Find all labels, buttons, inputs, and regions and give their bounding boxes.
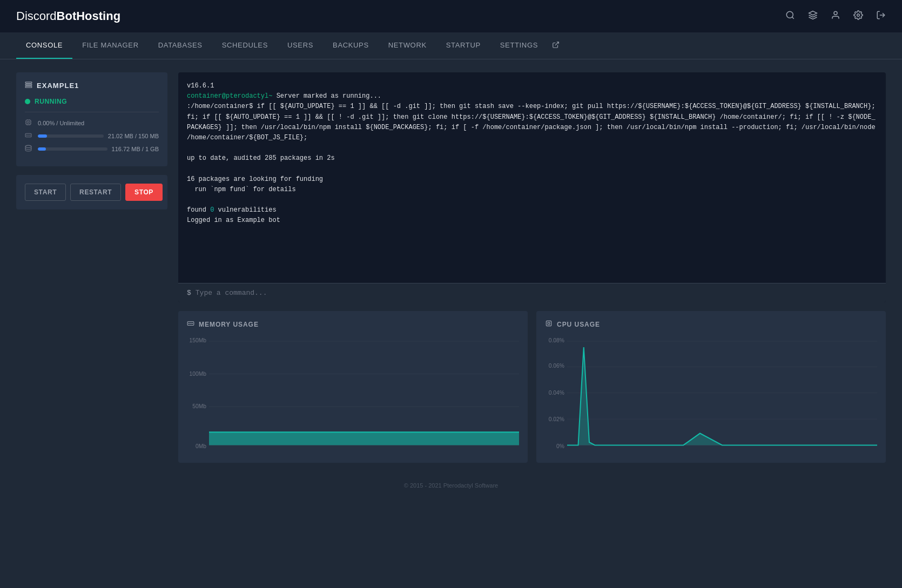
svg-marker-2 (809, 11, 817, 15)
settings-icon[interactable] (853, 10, 863, 23)
terminal-blank-1 (187, 143, 877, 153)
svg-text:0.02%: 0.02% (549, 416, 565, 422)
tab-schedules[interactable]: Schedules (212, 32, 278, 59)
svg-rect-8 (25, 84, 32, 85)
start-button[interactable]: START (25, 184, 66, 201)
terminal-card: v16.6.1 container@pterodactyl~ Server ma… (178, 72, 886, 302)
console-area: v16.6.1 container@pterodactyl~ Server ma… (178, 72, 886, 463)
header-icons (785, 10, 886, 23)
sidebar-panel: EXAMPLE1 RUNNING 0.00% / Unlimited (16, 72, 167, 463)
brand-logo: DiscordBotHosting (16, 9, 120, 23)
terminal-line-logged-in: Logged in as Example bot (187, 215, 877, 226)
terminal-line-vuln: found 0 vulnerabilities (187, 205, 877, 215)
stop-button[interactable]: STOP (125, 184, 163, 201)
memory-chart-container: 150Mb 100Mb 50Mb 0Mb (187, 335, 519, 454)
terminal-output[interactable]: v16.6.1 container@pterodactyl~ Server ma… (178, 72, 886, 283)
tab-databases[interactable]: Databases (149, 32, 212, 59)
memory-chart-title: MEMORY USAGE (199, 321, 259, 328)
svg-text:0.04%: 0.04% (549, 389, 565, 396)
tab-backups[interactable]: Backups (323, 32, 379, 59)
terminal-line-audited: up to date, audited 285 packages in 2s (187, 153, 877, 164)
brand-bold: BotHosting (57, 9, 121, 23)
svg-line-6 (555, 42, 558, 45)
control-buttons: START RESTART STOP (16, 175, 167, 209)
memory-chart-icon (187, 320, 194, 329)
cpu-value: 0.00% / Unlimited (38, 120, 84, 126)
cpu-icon (25, 119, 33, 127)
svg-text:50Mb: 50Mb (192, 403, 206, 409)
layers-icon[interactable] (808, 10, 818, 23)
memory-chart-title-row: MEMORY USAGE (187, 320, 519, 329)
svg-rect-11 (28, 121, 29, 123)
svg-point-0 (786, 11, 793, 18)
cpu-chart-container: 0.08% 0.06% 0.04% 0.02% 0% (545, 335, 877, 454)
svg-rect-40 (546, 321, 551, 326)
svg-rect-41 (548, 322, 550, 325)
memory-bar-fill (38, 134, 47, 138)
tab-startup[interactable]: Startup (436, 32, 490, 59)
svg-text:150Mb: 150Mb (190, 337, 206, 343)
cpu-chart-svg: 0.08% 0.06% 0.04% 0.02% 0% (545, 335, 877, 454)
disk-bar-fill (38, 147, 46, 151)
memory-resource-row: 21.02 MB / 150 MB (25, 132, 159, 140)
svg-text:0Mb: 0Mb (196, 443, 206, 449)
svg-rect-10 (26, 120, 31, 125)
terminal-line-funding2: run `npm fund` for details (187, 185, 877, 195)
terminal-prompt-line: container@pterodactyl~ Server marked as … (187, 91, 877, 102)
memory-chart-card: MEMORY USAGE 150Mb 100Mb 50Mb 0Mb (178, 311, 528, 463)
svg-rect-26 (187, 322, 194, 326)
disk-resource-row: 116.72 MB / 1 GB (25, 145, 159, 153)
status-dot (25, 99, 30, 104)
svg-marker-39 (209, 432, 519, 445)
disk-icon (25, 145, 33, 153)
server-icon (25, 81, 32, 90)
svg-text:100Mb: 100Mb (190, 370, 206, 376)
tab-network[interactable]: Network (379, 32, 436, 59)
svg-point-4 (857, 13, 860, 16)
exit-icon[interactable] (876, 10, 886, 23)
svg-text:0%: 0% (556, 443, 564, 449)
footer-text: © 2015 - 2021 Pterodactyl Software (404, 482, 498, 489)
terminal-blank-3 (187, 195, 877, 205)
nav-bar: Console File Manager Databases Schedules… (0, 32, 902, 59)
cpu-chart-title: CPU USAGE (557, 321, 600, 328)
charts-row: MEMORY USAGE 150Mb 100Mb 50Mb 0Mb (178, 311, 886, 463)
disk-bar (38, 147, 107, 151)
restart-button[interactable]: RESTART (70, 184, 121, 201)
terminal-version-line: v16.6.1 (187, 81, 877, 91)
account-icon[interactable] (831, 10, 840, 23)
server-name-row: EXAMPLE1 (25, 81, 159, 90)
terminal-blank-2 (187, 164, 877, 174)
footer: © 2015 - 2021 Pterodactyl Software (0, 476, 902, 495)
disk-value: 116.72 MB / 1 GB (112, 146, 159, 152)
terminal-cmd-line: :/home/container$ if [[ ${AUTO_UPDATE} =… (187, 102, 877, 143)
svg-point-25 (25, 145, 31, 147)
terminal-line-funding1: 16 packages are looking for funding (187, 174, 877, 185)
server-info-card: EXAMPLE1 RUNNING 0.00% / Unlimited (16, 72, 167, 166)
server-name: EXAMPLE1 (37, 82, 79, 90)
search-icon[interactable] (785, 10, 795, 23)
svg-line-1 (792, 17, 793, 18)
svg-rect-20 (25, 133, 31, 137)
external-link-icon[interactable] (552, 41, 560, 50)
status-row: RUNNING (25, 98, 159, 105)
svg-marker-52 (567, 347, 877, 445)
cpu-chart-card: CPU USAGE 0.08% 0.06% 0.04% 0.02% 0% (536, 311, 886, 463)
tab-console[interactable]: Console (16, 32, 72, 59)
cpu-chart-title-row: CPU USAGE (545, 320, 877, 329)
divider-1 (25, 112, 159, 112)
tab-settings[interactable]: Settings (490, 32, 548, 59)
status-text: RUNNING (35, 98, 67, 105)
tab-file-manager[interactable]: File Manager (72, 32, 149, 59)
memory-value: 21.02 MB / 150 MB (108, 133, 159, 139)
svg-text:0.08%: 0.08% (549, 337, 565, 343)
svg-text:0.06%: 0.06% (549, 362, 565, 369)
svg-point-3 (834, 11, 837, 15)
tab-users[interactable]: Users (278, 32, 323, 59)
terminal-command-input[interactable] (196, 289, 877, 297)
svg-rect-7 (25, 82, 32, 83)
terminal-input-row: $ (178, 283, 886, 302)
memory-chart-svg: 150Mb 100Mb 50Mb 0Mb (187, 335, 519, 454)
main-content: EXAMPLE1 RUNNING 0.00% / Unlimited (0, 59, 902, 476)
top-header: DiscordBotHosting (0, 0, 902, 32)
